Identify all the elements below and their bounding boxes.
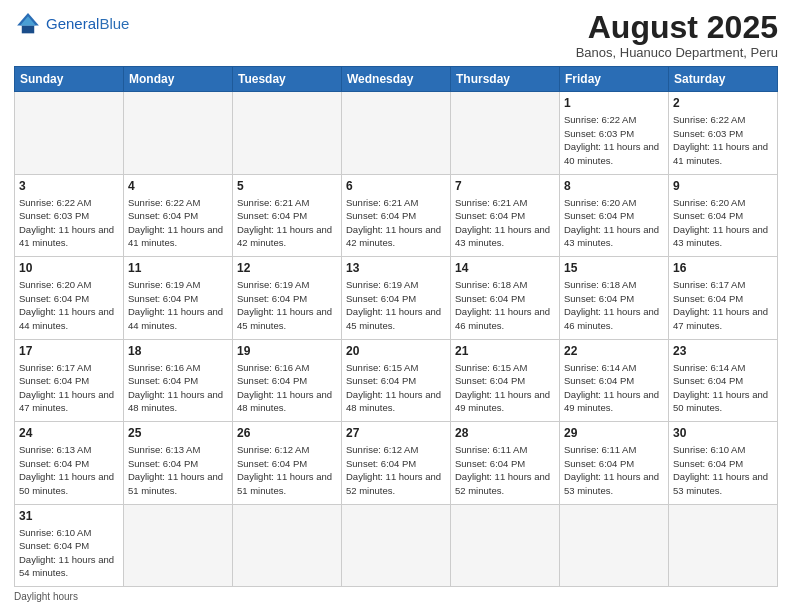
empty-cell [342,504,451,586]
week-row-4: 17 Sunrise: 6:17 AMSunset: 6:04 PMDaylig… [15,339,778,421]
page: GeneralBlue August 2025 Banos, Huanuco D… [0,0,792,612]
svg-rect-1 [22,26,34,34]
day-22: 22 Sunrise: 6:14 AMSunset: 6:04 PMDaylig… [560,339,669,421]
day-31: 31 Sunrise: 6:10 AMSunset: 6:04 PMDaylig… [15,504,124,586]
day-8: 8 Sunrise: 6:20 AMSunset: 6:04 PMDayligh… [560,174,669,256]
day-28: 28 Sunrise: 6:11 AMSunset: 6:04 PMDaylig… [451,422,560,504]
day-26: 26 Sunrise: 6:12 AMSunset: 6:04 PMDaylig… [233,422,342,504]
logo-general: General [46,15,99,32]
day-18: 18 Sunrise: 6:16 AMSunset: 6:04 PMDaylig… [124,339,233,421]
empty-cell [124,92,233,174]
header-sunday: Sunday [15,67,124,92]
header: GeneralBlue August 2025 Banos, Huanuco D… [14,10,778,60]
empty-cell [233,92,342,174]
empty-cell [233,504,342,586]
day-13: 13 Sunrise: 6:19 AMSunset: 6:04 PMDaylig… [342,257,451,339]
day-9: 9 Sunrise: 6:20 AMSunset: 6:04 PMDayligh… [669,174,778,256]
weekday-header-row: Sunday Monday Tuesday Wednesday Thursday… [15,67,778,92]
empty-cell [669,504,778,586]
day-5: 5 Sunrise: 6:21 AMSunset: 6:04 PMDayligh… [233,174,342,256]
day-14: 14 Sunrise: 6:18 AMSunset: 6:04 PMDaylig… [451,257,560,339]
empty-cell [560,504,669,586]
day-25: 25 Sunrise: 6:13 AMSunset: 6:04 PMDaylig… [124,422,233,504]
empty-cell [451,92,560,174]
logo-text: GeneralBlue [46,16,129,33]
day-6: 6 Sunrise: 6:21 AMSunset: 6:04 PMDayligh… [342,174,451,256]
day-16: 16 Sunrise: 6:17 AMSunset: 6:04 PMDaylig… [669,257,778,339]
day-1: 1 Sunrise: 6:22 AMSunset: 6:03 PMDayligh… [560,92,669,174]
logo: GeneralBlue [14,10,129,38]
day-4: 4 Sunrise: 6:22 AMSunset: 6:04 PMDayligh… [124,174,233,256]
day-3: 3 Sunrise: 6:22 AMSunset: 6:03 PMDayligh… [15,174,124,256]
day-2: 2 Sunrise: 6:22 AMSunset: 6:03 PMDayligh… [669,92,778,174]
footer-note: Daylight hours [14,591,778,602]
header-tuesday: Tuesday [233,67,342,92]
day-17: 17 Sunrise: 6:17 AMSunset: 6:04 PMDaylig… [15,339,124,421]
day-23: 23 Sunrise: 6:14 AMSunset: 6:04 PMDaylig… [669,339,778,421]
day-10: 10 Sunrise: 6:20 AMSunset: 6:04 PMDaylig… [15,257,124,339]
empty-cell [451,504,560,586]
day-30: 30 Sunrise: 6:10 AMSunset: 6:04 PMDaylig… [669,422,778,504]
day-11: 11 Sunrise: 6:19 AMSunset: 6:04 PMDaylig… [124,257,233,339]
day-19: 19 Sunrise: 6:16 AMSunset: 6:04 PMDaylig… [233,339,342,421]
day-21: 21 Sunrise: 6:15 AMSunset: 6:04 PMDaylig… [451,339,560,421]
calendar-table: Sunday Monday Tuesday Wednesday Thursday… [14,66,778,587]
empty-cell [15,92,124,174]
empty-cell [342,92,451,174]
title-block: August 2025 Banos, Huanuco Department, P… [576,10,778,60]
day-27: 27 Sunrise: 6:12 AMSunset: 6:04 PMDaylig… [342,422,451,504]
header-monday: Monday [124,67,233,92]
day-29: 29 Sunrise: 6:11 AMSunset: 6:04 PMDaylig… [560,422,669,504]
header-saturday: Saturday [669,67,778,92]
week-row-2: 3 Sunrise: 6:22 AMSunset: 6:03 PMDayligh… [15,174,778,256]
week-row-6: 31 Sunrise: 6:10 AMSunset: 6:04 PMDaylig… [15,504,778,586]
header-wednesday: Wednesday [342,67,451,92]
title-location: Banos, Huanuco Department, Peru [576,45,778,60]
day-24: 24 Sunrise: 6:13 AMSunset: 6:04 PMDaylig… [15,422,124,504]
logo-icon [14,10,42,38]
day-7: 7 Sunrise: 6:21 AMSunset: 6:04 PMDayligh… [451,174,560,256]
header-thursday: Thursday [451,67,560,92]
day-12: 12 Sunrise: 6:19 AMSunset: 6:04 PMDaylig… [233,257,342,339]
logo-blue: Blue [99,15,129,32]
title-month: August 2025 [576,10,778,45]
day-20: 20 Sunrise: 6:15 AMSunset: 6:04 PMDaylig… [342,339,451,421]
header-friday: Friday [560,67,669,92]
week-row-3: 10 Sunrise: 6:20 AMSunset: 6:04 PMDaylig… [15,257,778,339]
empty-cell [124,504,233,586]
week-row-1: 1 Sunrise: 6:22 AMSunset: 6:03 PMDayligh… [15,92,778,174]
day-15: 15 Sunrise: 6:18 AMSunset: 6:04 PMDaylig… [560,257,669,339]
week-row-5: 24 Sunrise: 6:13 AMSunset: 6:04 PMDaylig… [15,422,778,504]
